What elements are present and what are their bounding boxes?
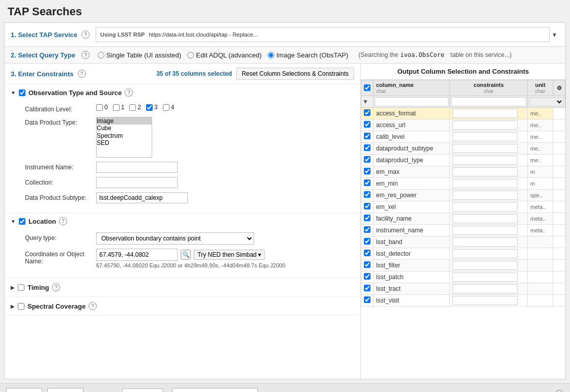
row-constraints-input[interactable] [452, 296, 517, 305]
row-checkbox[interactable] [364, 121, 370, 128]
row-constraints-input[interactable] [452, 273, 517, 282]
constraints-filter[interactable] [451, 97, 526, 106]
row-constraints-cell[interactable] [450, 225, 528, 236]
row-constraints-input[interactable] [452, 132, 517, 141]
query-type-select[interactable]: Observation boundary contains point Obse… [96, 232, 254, 245]
row-constraints-cell[interactable] [450, 178, 528, 190]
th-check[interactable] [361, 80, 374, 96]
row-constraints-input[interactable] [452, 261, 517, 270]
calib-2[interactable]: 2 [129, 104, 141, 111]
row-checkbox[interactable] [364, 215, 370, 221]
instrument-name-input[interactable] [96, 162, 178, 173]
unit-filter-select[interactable] [529, 97, 564, 106]
calib-4[interactable]: 4 [163, 104, 175, 111]
row-constraints-input[interactable] [452, 237, 517, 247]
row-constraints-cell[interactable] [450, 131, 528, 143]
row-constraints-input[interactable] [452, 284, 517, 293]
obs-type-checkbox[interactable] [19, 89, 25, 96]
row-checkbox-cell[interactable] [361, 201, 374, 213]
row-checkbox-cell[interactable] [361, 131, 374, 143]
row-checkbox-cell[interactable] [361, 108, 374, 119]
location-checkbox[interactable] [19, 218, 25, 225]
location-help-icon[interactable]: ? [59, 217, 67, 225]
row-constraints-cell[interactable] [450, 143, 528, 155]
search-button[interactable]: Search [6, 388, 42, 392]
subtype-input[interactable] [96, 192, 188, 203]
coords-input[interactable] [96, 249, 178, 261]
row-constraints-input[interactable] [452, 214, 517, 223]
ned-button[interactable]: Try NED then Simbad ▾ [194, 250, 265, 260]
row-constraints-input[interactable] [452, 144, 517, 153]
row-checkbox[interactable] [364, 203, 370, 209]
column-name-filter[interactable] [375, 97, 448, 106]
radio-image-search[interactable]: Image Search (ObsTAP) [268, 51, 348, 59]
row-constraints-cell[interactable] [450, 260, 528, 272]
row-checkbox[interactable] [364, 273, 370, 280]
spectral-checkbox[interactable] [18, 303, 24, 310]
row-checkbox[interactable] [364, 168, 370, 174]
row-checkbox-cell[interactable] [361, 295, 374, 307]
row-constraints-cell[interactable] [450, 213, 528, 225]
section2-help-icon[interactable]: ? [81, 51, 90, 59]
row-checkbox-cell[interactable] [361, 283, 374, 295]
bottom-help-icon[interactable]: ? [555, 390, 564, 393]
row-constraints-cell[interactable] [450, 295, 528, 307]
timing-header[interactable]: ▶ Timing ? [5, 278, 360, 296]
timing-checkbox[interactable] [18, 284, 24, 291]
search-icon[interactable]: 🔍 [181, 250, 191, 260]
row-checkbox[interactable] [364, 296, 370, 303]
reset-btn[interactable]: Reset Column Selections & Constraints [236, 68, 354, 80]
row-checkbox-cell[interactable] [361, 119, 374, 131]
row-checkbox-cell[interactable] [361, 155, 374, 166]
row-checkbox[interactable] [364, 191, 370, 198]
section3-help-icon[interactable]: ? [78, 70, 86, 78]
row-checkbox[interactable] [364, 109, 370, 116]
calib-3[interactable]: 3 [146, 104, 158, 111]
row-constraints-cell[interactable] [450, 272, 528, 283]
populate-adql-button[interactable]: Populate and edit ADQL [172, 388, 259, 392]
row-checkbox[interactable] [364, 261, 370, 268]
row-checkbox-cell[interactable] [361, 236, 374, 248]
location-header[interactable]: ▼ Location ? [5, 213, 360, 229]
product-type-select[interactable]: Image Cube Spectrum SED [96, 117, 152, 158]
row-constraints-input[interactable] [452, 120, 517, 130]
row-checkbox[interactable] [364, 238, 370, 245]
row-checkbox[interactable] [364, 133, 370, 139]
row-checkbox[interactable] [364, 144, 370, 151]
row-constraints-cell[interactable] [450, 283, 528, 295]
row-checkbox[interactable] [364, 285, 370, 291]
row-constraints-input[interactable] [452, 109, 517, 118]
row-checkbox-cell[interactable] [361, 178, 374, 190]
row-limit-input[interactable] [122, 388, 163, 393]
row-constraints-input[interactable] [452, 202, 517, 212]
row-checkbox-cell[interactable] [361, 272, 374, 283]
row-constraints-input[interactable] [452, 191, 517, 200]
row-checkbox[interactable] [364, 226, 370, 233]
row-constraints-input[interactable] [452, 249, 517, 258]
select-all-checkbox[interactable] [364, 84, 370, 91]
th-gear[interactable]: ⚙ [553, 80, 565, 96]
row-checkbox[interactable] [364, 179, 370, 186]
collection-input[interactable] [96, 177, 178, 188]
row-constraints-input[interactable] [452, 167, 517, 176]
spectral-header[interactable]: ▶ Spectral Coverage ? [5, 297, 360, 315]
row-constraints-input[interactable] [452, 179, 517, 188]
obs-type-help-icon[interactable]: ? [125, 88, 133, 97]
spectral-help-icon[interactable]: ? [89, 302, 97, 310]
calib-1[interactable]: 1 [113, 104, 125, 111]
section1-help-icon[interactable]: ? [81, 31, 90, 39]
calib-0[interactable]: 0 [96, 104, 108, 111]
row-constraints-cell[interactable] [450, 236, 528, 248]
row-checkbox-cell[interactable] [361, 143, 374, 155]
row-constraints-cell[interactable] [450, 190, 528, 201]
row-checkbox-cell[interactable] [361, 166, 374, 178]
row-checkbox-cell[interactable] [361, 248, 374, 260]
row-checkbox-cell[interactable] [361, 213, 374, 225]
row-constraints-input[interactable] [452, 156, 517, 165]
row-constraints-cell[interactable] [450, 108, 528, 119]
row-constraints-cell[interactable] [450, 155, 528, 166]
row-constraints-cell[interactable] [450, 119, 528, 131]
row-constraints-cell[interactable] [450, 248, 528, 260]
tap-service-dropdown[interactable]: ▾ [550, 28, 559, 41]
timing-help-icon[interactable]: ? [52, 283, 60, 291]
